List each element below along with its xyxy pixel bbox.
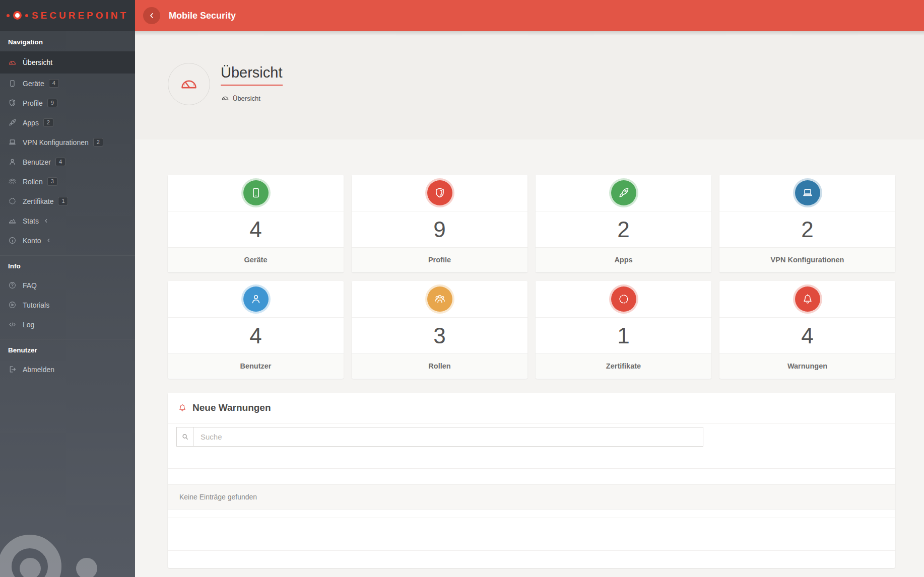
nav-section-benutzer: Benutzer [0,339,135,359]
new-warnings-panel: Neue Warnungen Keine Einträge gefunden [168,393,895,568]
main-area: Mobile Security Übersicht Übersicht 4 Ge… [135,0,924,577]
sidebar-item-geraete[interactable]: Geräte 4 [0,74,135,93]
logo-dot-right-icon [25,14,28,17]
panel-title: Neue Warnungen [192,402,271,413]
rocket-icon [611,180,636,205]
logo-text: SECUREPOINT [32,10,128,21]
stat-label: Zertifikate [536,353,711,378]
stat-card-rollen[interactable]: 3 Rollen [352,281,527,379]
gauge-icon [221,94,229,102]
logo-o-icon [13,11,22,20]
chevron-left-icon [46,238,51,243]
sidebar-item-vpn-konfigurationen[interactable]: VPN Konfigurationen 2 [0,132,135,152]
stat-value: 4 [719,318,895,353]
top-header-bar: Mobile Security [135,0,924,31]
chevron-left-icon [148,12,156,20]
question-icon [8,281,17,290]
code-icon [8,320,17,329]
stat-label: Benutzer [168,353,344,378]
bell-icon [178,403,187,412]
person-icon [243,286,269,312]
stat-label: Apps [536,247,711,272]
chart-icon [8,217,17,225]
app-logo[interactable]: SECUREPOINT [0,0,135,31]
sidebar-item-label: Abmelden [23,366,54,374]
stat-label: Rollen [352,353,527,378]
sidebar-item-stats[interactable]: Stats [0,211,135,231]
sidebar-item-zertifikate[interactable]: Zertifikate 1 [0,191,135,211]
count-badge: 9 [47,99,57,107]
panel-header: Neue Warnungen [168,393,895,423]
seal-icon [8,197,17,205]
rocket-icon [8,118,17,127]
empty-state-row: Keine Einträge gefunden [168,484,895,510]
search-group [176,427,703,447]
stat-card-warnungen[interactable]: 4 Warnungen [719,281,895,379]
stat-cards-grid: 4 Geräte 9 Profile 2 Apps [168,175,895,379]
gauge-icon [8,58,17,67]
group-icon [8,177,17,186]
sidebar-item-label: Log [23,321,34,329]
breadcrumb[interactable]: Übersicht [221,94,260,102]
laptop-icon [8,138,17,147]
logo-dot-left-icon [7,14,10,17]
sidebar-item-label: VPN Konfigurationen [23,138,89,147]
stat-label: Warnungen [719,353,895,378]
sidebar-item-rollen[interactable]: Rollen 3 [0,172,135,191]
table-divider [168,518,895,518]
seal-icon [611,286,636,312]
hero-top-shadow [135,31,924,36]
page-title: Übersicht [221,64,283,86]
sidebar-item-tutorials[interactable]: Tutorials [0,295,135,315]
logout-icon [8,365,17,374]
phone-icon [8,79,17,88]
sidebar-item-label: Profile [23,99,43,107]
search-icon [176,427,193,447]
hero-section: Übersicht Übersicht [135,31,924,139]
sidebar-item-log[interactable]: Log [0,315,135,334]
laptop-icon [795,180,820,205]
group-icon [427,286,452,312]
stat-label: VPN Konfigurationen [719,247,895,272]
sidebar-item-label: Rollen [23,178,43,186]
stat-card-benutzer[interactable]: 4 Benutzer [168,281,344,379]
count-badge: 1 [58,197,68,205]
sidebar-item-label: Zertifikate [23,197,53,205]
stat-card-profile[interactable]: 9 Profile [352,175,527,272]
sidebar-item-apps[interactable]: Apps 2 [0,113,135,132]
sidebar-item-profile[interactable]: Profile 9 [0,93,135,113]
info-icon [8,236,17,245]
count-badge: 2 [43,118,53,127]
search-input[interactable] [193,427,703,447]
sidebar: SECUREPOINT Navigation Übersicht Geräte … [0,0,135,577]
securepoint-watermark-dot-icon [76,558,97,577]
back-button[interactable] [143,7,160,24]
sidebar-item-label: Apps [23,119,39,127]
stat-card-zertifikate[interactable]: 1 Zertifikate [536,281,711,379]
bell-icon [795,286,820,312]
stat-value: 1 [536,318,711,353]
sidebar-item-uebersicht[interactable]: Übersicht [0,51,135,74]
page-header-title: Mobile Security [169,11,236,21]
stat-card-vpn-konfigurationen[interactable]: 2 VPN Konfigurationen [719,175,895,272]
sidebar-item-abmelden[interactable]: Abmelden [0,359,135,379]
nav-section-navigation: Navigation [0,31,135,51]
gauge-icon [179,75,199,94]
sidebar-item-faq[interactable]: FAQ [0,275,135,295]
sidebar-item-benutzer[interactable]: Benutzer 4 [0,152,135,172]
phone-icon [243,180,269,205]
count-badge: 3 [47,177,57,186]
sidebar-item-label: Geräte [23,80,44,88]
chevron-left-icon [43,218,49,224]
sidebar-item-label: Benutzer [23,158,51,166]
shield-icon [8,99,17,107]
stat-card-apps[interactable]: 2 Apps [536,175,711,272]
stat-label: Profile [352,247,527,272]
nav-section-info: Info [0,255,135,275]
stat-value: 3 [352,318,527,353]
stat-value: 4 [168,211,344,247]
sidebar-item-konto[interactable]: Konto [0,231,135,250]
securepoint-watermark-dot-icon [20,558,41,577]
stat-value: 4 [168,318,344,353]
stat-card-geraete[interactable]: 4 Geräte [168,175,344,272]
